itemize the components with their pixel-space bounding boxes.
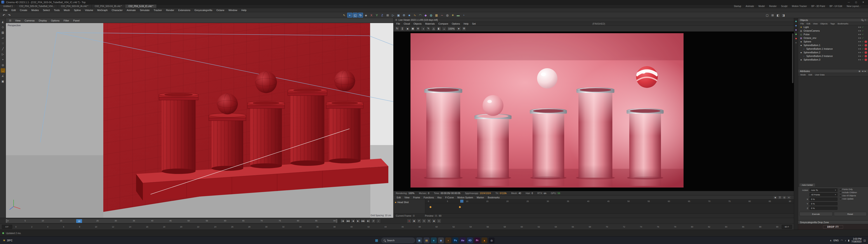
firefox[interactable]: ◗ — [445, 238, 451, 243]
record-position-toggle[interactable]: P — [417, 219, 421, 223]
execute-button[interactable]: Execute — [800, 212, 833, 216]
search-icon[interactable] — [861, 19, 863, 21]
timeline-menu-item[interactable]: F-Curve — [443, 196, 456, 199]
enabled-check-icon[interactable]: ✓ — [862, 55, 864, 57]
axis-y-lock[interactable]: Y — [374, 13, 379, 18]
tube-5[interactable] — [326, 101, 363, 163]
axis-center-tab[interactable]: Axis Center — [800, 183, 815, 186]
cinema4d[interactable]: 4D — [467, 238, 473, 243]
spline-pen-menu[interactable]: ∿ — [412, 13, 417, 18]
material-tag[interactable] — [865, 37, 867, 39]
menu-item[interactable]: MoGraph — [95, 9, 110, 11]
timeline-track-list[interactable]: ◆ Head Shot — [394, 200, 425, 214]
timeline-menu-item[interactable]: Edit — [395, 196, 403, 199]
live-viewer-menu-item[interactable]: Compare — [437, 22, 450, 25]
record-rotation-toggle[interactable]: R — [427, 219, 431, 223]
panel-left-toggle[interactable]: ◧ — [776, 13, 780, 18]
sound-button[interactable]: ♪ — [376, 219, 381, 223]
tube-3[interactable] — [248, 101, 285, 168]
axis-value-field[interactable]: 0 % — [809, 197, 837, 201]
palette-light-icon[interactable]: ■ — [795, 28, 798, 31]
taskbar-search[interactable]: Search — [381, 238, 415, 243]
last-tool[interactable]: ◈ — [364, 13, 368, 18]
volume-icon[interactable]: ♪ — [845, 239, 846, 242]
object-row[interactable]: ● Sphere ✓ — [798, 40, 868, 43]
document-tab[interactable]: C02_P04_S05-04_TubeBall_V04... — [16, 4, 58, 8]
pick-white-balance-button[interactable]: ◑ — [421, 26, 426, 31]
object-name[interactable]: SphereBallsm.1 Instance — [806, 48, 857, 50]
battery-icon[interactable]: ▮ — [848, 239, 849, 242]
sky-menu[interactable]: ◔ — [461, 13, 466, 18]
object-name[interactable]: Sphere — [804, 40, 857, 43]
range-grip-end[interactable] — [336, 219, 337, 223]
viewport-menu-item[interactable]: Panel — [71, 19, 82, 22]
autokey-button[interactable]: ◉ — [412, 219, 416, 223]
attributes-menu-item[interactable]: Mode — [799, 73, 807, 76]
timeline-ruler[interactable]: 051015202530354045505560657075808590 — [425, 200, 794, 214]
enabled-check-icon[interactable]: ✓ — [862, 26, 864, 28]
task-view[interactable]: ▣ — [416, 238, 422, 243]
material-tag[interactable] — [865, 40, 867, 43]
keyframe-marker[interactable] — [459, 206, 461, 208]
viewport-menu-item[interactable]: View — [13, 19, 23, 22]
objects-panel-header[interactable]: Objects ☰ — [798, 18, 868, 22]
end-frame-field[interactable]: 90 F — [782, 225, 792, 229]
material-tag[interactable] — [865, 59, 867, 61]
enabled-check-icon[interactable]: ✓ — [862, 30, 864, 32]
palette-scene-icon[interactable]: ■ — [795, 20, 798, 23]
objects-menu-item[interactable]: File — [799, 22, 805, 25]
goto-start-button[interactable]: |◀ — [340, 219, 345, 223]
layout-tab[interactable]: Startup — [732, 5, 743, 7]
viewport-canvas[interactable]: Perspective Grid Spacing: 10 cm — [6, 23, 393, 218]
panel-menu-icon[interactable]: ☰ — [864, 19, 866, 21]
prev-key-button[interactable]: ◀◀ — [345, 219, 350, 223]
visibility-dots[interactable] — [858, 37, 861, 39]
enable-axis-button[interactable]: + — [1, 57, 5, 62]
prev-frame-button[interactable]: ◀ — [351, 219, 355, 223]
visibility-dots[interactable] — [858, 45, 861, 46]
tube-2[interactable] — [209, 113, 246, 171]
document-tab[interactable]: Untitled 1 — [0, 4, 16, 8]
live-viewer-menu-item[interactable]: Cloud — [402, 22, 412, 25]
zoom-level-select[interactable]: 100% — [447, 26, 456, 31]
objects-menu-item[interactable]: Objects — [819, 22, 829, 25]
visibility-dots[interactable] — [858, 48, 861, 50]
model-mode-button[interactable]: ◇ — [1, 25, 5, 29]
pick-focus-button[interactable]: ⊕ — [416, 26, 420, 31]
document-tab[interactable]: C02_P04_S03-04_IA.c4d * — [58, 4, 92, 8]
loop-button[interactable]: ↺ — [371, 219, 376, 223]
panel-right-toggle[interactable]: ◨ — [781, 13, 786, 18]
attributes-menu-item[interactable]: Edit — [807, 73, 813, 76]
material-tag[interactable] — [865, 30, 867, 32]
clay-mode-button[interactable]: ◒ — [442, 26, 446, 31]
fields-menu[interactable]: ◍ — [429, 13, 434, 18]
workplane-lock-button[interactable]: ▣ — [1, 79, 5, 84]
chrome[interactable]: ◉ — [438, 238, 444, 243]
live-viewer-menu-item[interactable]: Materials — [423, 22, 437, 25]
timeline-menu-item[interactable]: Functions — [422, 196, 436, 199]
keyframe-marker[interactable] — [429, 206, 432, 208]
enabled-check-icon[interactable]: ✓ — [862, 33, 864, 35]
snapping-button[interactable]: ◡ — [1, 68, 5, 73]
object-row[interactable]: ● SphereBallsm.2 ✓ — [798, 51, 868, 54]
axis-value-field[interactable]: 0 % — [809, 202, 837, 205]
objects-menu-item[interactable]: Edit — [805, 22, 811, 25]
axis-checkbox[interactable]: Use All Objects — [839, 194, 867, 197]
layout-tab[interactable]: BP - 3D Paint — [809, 5, 827, 7]
enabled-check-icon[interactable]: ✓ — [862, 44, 864, 46]
record-parameter-toggle[interactable]: ◆ — [432, 219, 436, 223]
menu-item[interactable]: Help — [239, 9, 249, 11]
menu-item[interactable]: Window — [226, 9, 239, 11]
live-viewer-titlebar[interactable]: Live Viewer 2022.1.1-R5 [119 days left] — [394, 18, 794, 22]
axis-dropdown[interactable]: All Points — [809, 193, 837, 196]
visibility-dots[interactable] — [858, 52, 861, 53]
menu-item[interactable]: Spline — [72, 9, 83, 11]
link-icon[interactable]: ∞ — [787, 196, 791, 199]
layout-tab[interactable]: BP - UV Edit — [828, 5, 844, 7]
goto-end-button[interactable]: ▶| — [366, 219, 371, 223]
camera-sync-icon[interactable]: ◎ — [782, 196, 786, 199]
file-explorer[interactable]: ▤ — [424, 238, 430, 243]
record-scale-toggle[interactable]: S — [422, 219, 426, 223]
layout-tab[interactable]: New Layout... — [845, 5, 863, 7]
object-row[interactable]: ☀ Light ✓ — [798, 25, 868, 29]
